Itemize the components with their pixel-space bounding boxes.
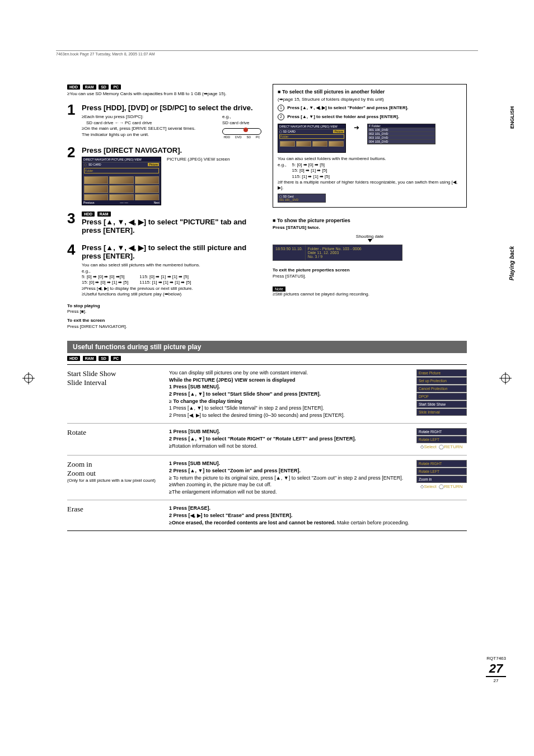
step-2-title: Press [DIRECT NAVIGATOR]. (82, 146, 261, 154)
submenu-3: Rotate RIGHT Rotate LEFT Zoom in ◇Select… (416, 460, 467, 495)
step-4-title: Press [▲, ▼, ◀, ▶] to select the still p… (82, 243, 261, 260)
circled-1: 1 (278, 105, 284, 111)
properties-block: ■ To show the picture properties Press [… (273, 218, 467, 298)
step-1-eg2: SD card drive (222, 120, 261, 126)
arrow-icon: ➜ (350, 124, 363, 132)
note-label: Note (273, 287, 285, 292)
header-text: 7463en.book Page 27 Tuesday, March 8, 20… (56, 52, 155, 56)
row-rotate: Rotate 1 Press [SUB MENU]. 2 Press [▲, ▼… (67, 424, 467, 456)
jpeg-view-screen: DIRECT NAVIGATOR PICTURE (JPEG) VIEW ▢SD… (82, 157, 161, 205)
model-code: RQT7463 (486, 656, 506, 661)
functions-table: Start Slide Show Slide Interval You can … (67, 364, 467, 531)
badge-sd: SD (99, 84, 109, 90)
step-1-title: Press [HDD], [DVD] or [SD/PC] to select … (82, 104, 261, 112)
badge-hdd: HDD (67, 84, 80, 90)
step-1-line: The indicator lights up on the unit. (82, 132, 217, 138)
stop-body: Press [■]. (67, 309, 86, 314)
circled-2: 2 (278, 114, 284, 120)
right-column: ■ To select the still pictures in anothe… (273, 84, 467, 330)
step-1: 1 Press [HDD], [DVD] or [SD/PC] to selec… (67, 102, 261, 139)
badge-pc: PC (111, 84, 121, 90)
useful-title: Useful functions during still picture pl… (67, 341, 467, 353)
manual-page: 7463en.book Page 27 Tuesday, March 8, 20… (0, 0, 534, 756)
header-meta: 7463en.book Page 27 Tuesday, March 8, 20… (56, 50, 478, 56)
exit-heading: To exit the screen (67, 318, 105, 323)
step-1-line: ≥Each time you press [SD/PC]: (82, 114, 217, 120)
useful-section: Useful functions during still picture pl… (67, 341, 467, 531)
page-number: 27 27 (486, 661, 506, 683)
reg-mark-icon (22, 372, 35, 384)
folder-list: F Folder 001 100_DVD 002 101_DVD 003 102… (367, 124, 435, 144)
step-4: 4 Press [▲, ▼, ◀, ▶] to select the still… (67, 242, 261, 297)
main-content: HDD RAM SD PC ≥You can use SD Memory Car… (67, 84, 467, 330)
registration-marks (0, 372, 534, 384)
row-erase: Erase 1 Press [ERASE]. 2 Press [◀, ▶] to… (67, 500, 467, 531)
badge-ram: RAM (83, 84, 96, 90)
submenu-2: Rotate RIGHT Rotate LEFT ◇Select ◯RETURN (416, 428, 467, 450)
left-column: HDD RAM SD PC ≥You can use SD Memory Car… (67, 84, 261, 330)
step-1-eg: e.g., (222, 114, 261, 120)
language-tab: ENGLISH (509, 106, 515, 129)
step-3-title: Press [▲, ▼, ◀, ▶] to select "PICTURE" t… (82, 218, 261, 234)
step-2-caption: PICTURE (JPEG) VIEW screen (167, 157, 229, 162)
step-3: 3 HDD RAM Press [▲, ▼, ◀, ▶] to select "… (67, 211, 261, 237)
section-tab: Playing back (509, 246, 515, 280)
down-arrow-icon (368, 239, 372, 242)
media-badges: HDD RAM SD PC (67, 84, 261, 90)
stop-heading: To stop playing (67, 303, 100, 308)
properties-osd: 18:53:50 11.10. Folder - Picture No. 103… (273, 245, 402, 261)
step-1-line: SD card drive ←→ PC card drive (82, 120, 217, 126)
step-1-line: ≥On the main unit, press [DRIVE SELECT] … (82, 126, 217, 132)
folder-screen: DIRECT NAVIGATOR PICTURE (JPEG) VIEW ▢ S… (278, 124, 346, 153)
higher-folder-icon: ▢ SD Card 001 100__DVD (278, 194, 326, 203)
exit-body: Press [DIRECT NAVIGATOR]. (67, 324, 127, 329)
intro-line: ≥You can use SD Memory Cards with capaci… (67, 91, 261, 97)
step-1-number: 1 (67, 102, 82, 117)
folder-select-block: ■ To select the still pictures in anothe… (273, 84, 467, 208)
step-2: 2 Press [DIRECT NAVIGATOR]. DIRECT NAVIG… (67, 145, 261, 205)
row-zoom: Zoom in Zoom out (Only for a still pictu… (67, 456, 467, 500)
reg-mark-icon (499, 372, 512, 384)
